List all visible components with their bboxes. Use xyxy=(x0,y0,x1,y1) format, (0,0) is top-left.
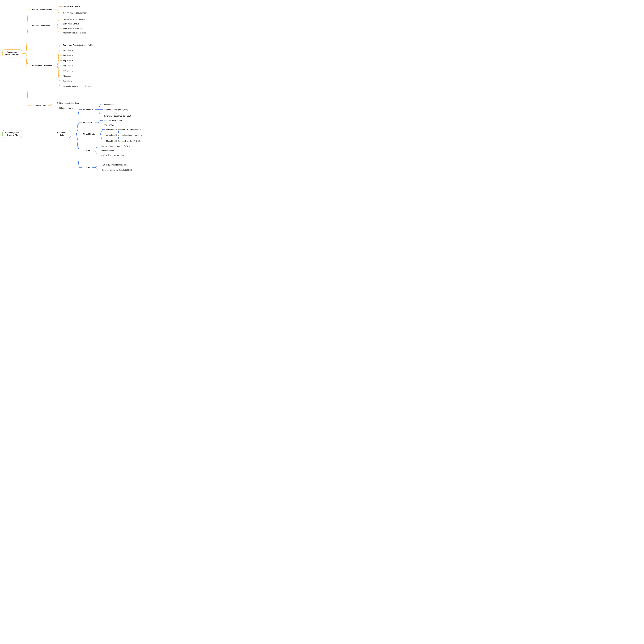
att-item-0: Outpatients xyxy=(104,103,114,105)
eo-item-1: Key Stage 1 xyxy=(63,49,73,51)
node-bridge-root: Pseudonymised Bridging File xyxy=(3,130,22,138)
health-root-line2: Data xyxy=(60,134,64,136)
eo-item-2: Key Stage 2 xyxy=(63,54,73,56)
link-att-0 xyxy=(98,104,103,109)
att-item-1: Accident & Emergency (A&E) xyxy=(104,108,128,111)
arrow-mhldds-mhsds xyxy=(118,137,120,140)
pc-item-3: Alternative Provision Census xyxy=(63,32,86,34)
other-item-1: Community Services Data Set (CSDS) xyxy=(102,169,133,171)
link-h-att xyxy=(76,109,82,134)
scare-item-1: Child in Need Census xyxy=(57,107,74,109)
eo-item-8: National Client Caseload Information xyxy=(63,85,92,87)
attendance-title: Attendance xyxy=(83,108,93,111)
link-edu-to-schoolchar xyxy=(26,10,31,53)
link-birth-0 xyxy=(95,146,100,151)
link-edu-to-socialcare xyxy=(26,53,31,106)
link-pc-0 xyxy=(57,19,62,26)
adm-item-0: Admitted Patient Care xyxy=(104,119,122,121)
link-pc-3 xyxy=(57,26,62,33)
link-att-2 xyxy=(98,109,103,116)
node-health-root: Healthcare Data xyxy=(53,130,71,138)
mh-item-1: Mental Health & Learning Disabilities Da… xyxy=(106,134,143,136)
birth-title: Birth xyxy=(86,150,90,152)
group-school-char: School Characteristics School Level Cens… xyxy=(32,5,87,14)
att-item-2: Emergency Care Data Set (ECDS) xyxy=(104,115,132,117)
eo-item-7: Exclusions xyxy=(63,80,72,82)
link-eo-1 xyxy=(57,50,62,66)
link-birth-2 xyxy=(95,151,100,155)
bridge-root-line1: Pseudonymised xyxy=(5,132,19,134)
education-root-line2: Social Care Data xyxy=(5,53,19,56)
eo-item-6: Absences xyxy=(63,75,71,77)
sc-item-1: Get Information about Schools xyxy=(63,12,87,14)
eo-item-3: Key Stage 3 xyxy=(63,60,73,62)
eo-item-4: Key Stage 4 xyxy=(63,65,73,67)
other-title: Other xyxy=(85,166,90,168)
eo-item-5: Key Stage 5 xyxy=(63,70,73,72)
link-scare-1 xyxy=(50,106,55,108)
arrow-ae-ecds xyxy=(115,111,117,114)
link-adm-1 xyxy=(98,122,103,125)
link-eo-7 xyxy=(57,66,62,81)
birth-item-0: Maternity Services Data Set (MSDS) xyxy=(101,145,130,147)
group-admission: Admission Admitted Patient Care Critical… xyxy=(83,119,122,126)
pc-item-2: Pupil Referral Unit Census xyxy=(63,27,84,29)
social-care-title: Social Care xyxy=(36,105,46,107)
link-edu-to-pupilchar xyxy=(26,26,31,53)
pc-item-0: School Census Pupil Level xyxy=(63,18,85,20)
node-education-root: Education & Social Care Data xyxy=(3,50,22,57)
diagram-canvas: Education & Social Care Data Pseudonymis… xyxy=(0,0,161,178)
link-other-0 xyxy=(95,165,100,167)
link-scare-0 xyxy=(50,103,55,106)
adm-item-1: Critical Care xyxy=(104,124,114,126)
arrow-mhmds-mhldds xyxy=(118,131,120,134)
edu-out-title: Educational Outcomes xyxy=(32,65,52,67)
group-social-care: Social Care Children Looked After Return… xyxy=(36,102,80,109)
group-pupil-char: Pupil Characteristics School Census Pupi… xyxy=(32,18,86,34)
group-attendance: Attendance Outpatients Accident & Emerge… xyxy=(83,103,132,117)
scare-item-0: Children Looked After Return xyxy=(57,102,80,104)
link-other-1 xyxy=(95,167,100,170)
group-edu-out: Educational Outcomes Early Years Foundat… xyxy=(32,44,93,87)
mental-title: Mental Health xyxy=(83,133,95,135)
group-birth: Birth Maternity Services Data Set (MSDS)… xyxy=(86,145,130,156)
sc-item-0: School Level Census xyxy=(63,5,80,7)
school-char-title: School Characteristics xyxy=(32,9,52,11)
bridge-root-line2: Bridging File xyxy=(7,134,18,136)
link-mh-0 xyxy=(100,129,105,134)
link-sc-1 xyxy=(57,10,62,13)
group-mental: Mental Health Mental Health Minimum Data… xyxy=(83,128,143,142)
birth-item-1: Birth Notification Data xyxy=(101,150,119,152)
health-root-line1: Healthcare xyxy=(57,132,66,134)
eo-item-0: Early Years Foundation Stage Profile xyxy=(63,44,93,46)
birth-item-2: ONS Birth Registration Data xyxy=(101,154,124,156)
other-item-0: HES-ONS Linked Mortality Data xyxy=(102,164,127,166)
group-other: Other HES-ONS Linked Mortality Data Comm… xyxy=(85,164,133,171)
admission-title: Admission xyxy=(83,121,92,123)
pupil-char-title: Pupil Characteristics xyxy=(32,25,50,27)
mh-item-2: Mental Health Services Data Set (MHSDS) xyxy=(106,140,141,142)
link-adm-0 xyxy=(98,120,103,122)
education-root-line1: Education & xyxy=(7,51,18,53)
link-mh-2 xyxy=(100,134,105,141)
mh-item-0: Mental Health Minimum Data Set (MHMDS) xyxy=(106,128,141,130)
link-sc-0 xyxy=(57,6,62,10)
pc-item-1: Early Years Census xyxy=(63,23,79,25)
